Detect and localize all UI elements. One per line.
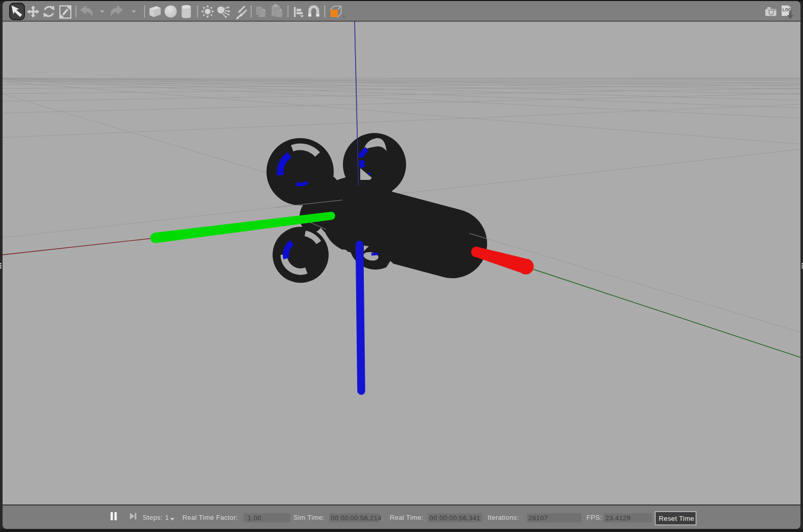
svg-text:1: 1 <box>165 514 169 521</box>
svg-text:23.4129: 23.4129 <box>605 514 631 522</box>
svg-text:Iterations:: Iterations: <box>488 514 519 521</box>
svg-text:Reset Time: Reset Time <box>659 515 694 522</box>
svg-text:Steps:: Steps: <box>143 514 163 521</box>
svg-text:FPS:: FPS: <box>586 514 602 521</box>
svg-text:Sim Time:: Sim Time: <box>293 514 325 521</box>
svg-text:28107: 28107 <box>528 514 548 522</box>
svg-text:Real Time:: Real Time: <box>390 514 423 521</box>
svg-text:Real Time Factor:: Real Time Factor: <box>182 514 238 521</box>
svg-text:1.00: 1.00 <box>248 514 261 522</box>
svg-text:00 00:00:56.214: 00 00:00:56.214 <box>331 514 382 522</box>
svg-text:LOG: LOG <box>783 8 792 12</box>
svg-text:00 00:00:56.341: 00 00:00:56.341 <box>430 514 480 522</box>
